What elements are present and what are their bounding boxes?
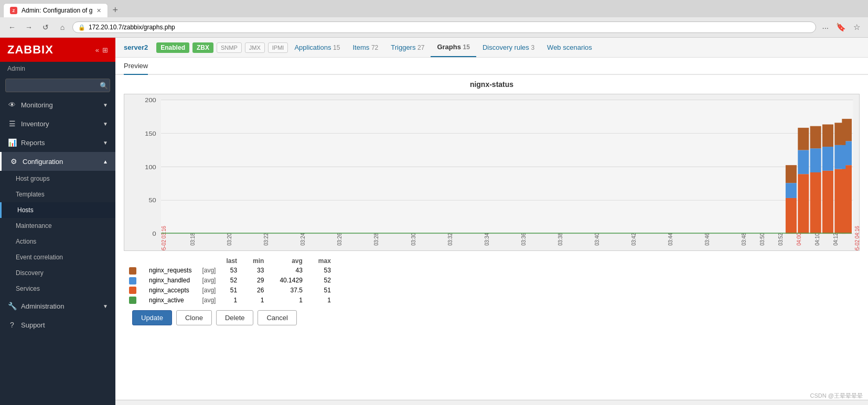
host-name-link[interactable]: server2 xyxy=(124,38,156,57)
delete-button[interactable]: Delete xyxy=(216,310,254,325)
sidebar-subitem-actions[interactable]: Actions xyxy=(0,234,115,249)
svg-rect-41 xyxy=(798,150,809,174)
legend-color-active xyxy=(129,297,136,304)
star-button[interactable]: ☆ xyxy=(851,21,863,33)
preview-tab-item[interactable]: Preview xyxy=(124,58,148,75)
legend-max-handled: 52 xyxy=(313,276,336,286)
svg-text:03:34: 03:34 xyxy=(484,233,489,245)
search-icon[interactable]: 🔍 xyxy=(100,82,108,90)
sidebar-subitem-host-groups[interactable]: Host groups xyxy=(0,171,115,187)
legend-min-handled: 29 xyxy=(248,276,274,286)
tab-web-scenarios[interactable]: Web scenarios xyxy=(541,38,598,57)
url-input[interactable] xyxy=(89,24,810,31)
chart-svg: 200 150 100 50 0 05-02 03:16 03:18 03:20… xyxy=(124,94,859,250)
btn-row: Update Clone Delete Cancel xyxy=(124,305,860,331)
svg-rect-49 xyxy=(822,124,833,147)
svg-text:03:40: 03:40 xyxy=(594,233,599,245)
svg-text:04:10: 04:10 xyxy=(815,233,820,245)
svg-text:03:50: 03:50 xyxy=(759,233,765,245)
sidebar-item-administration[interactable]: 🔧 Administration ▼ xyxy=(0,297,115,315)
legend-max-active: 1 xyxy=(313,295,336,305)
legend-color-accepts xyxy=(129,287,136,294)
host-header: server2 Enabled ZBX SNMP JMX IPMI Applic… xyxy=(115,38,868,58)
svg-text:03:18: 03:18 xyxy=(190,233,196,245)
sidebar-item-label: Configuration xyxy=(23,158,63,166)
tab-items[interactable]: Items 72 xyxy=(346,38,384,57)
tab-discovery-rules[interactable]: Discovery rules 3 xyxy=(476,38,541,57)
tab-graphs[interactable]: Graphs 15 xyxy=(431,38,476,57)
sidebar-subitem-label: Actions xyxy=(16,238,36,245)
svg-rect-51 xyxy=(842,119,852,141)
collapse-button[interactable]: « xyxy=(95,46,99,54)
refresh-button[interactable]: ↺ xyxy=(39,20,52,34)
svg-rect-36 xyxy=(810,172,821,234)
status-enabled-badge: Enabled xyxy=(156,42,189,53)
tab-triggers[interactable]: Triggers 27 xyxy=(384,38,431,57)
svg-rect-42 xyxy=(810,148,821,172)
sidebar: ZABBIX « ⊞ Admin 🔍 👁 Monitoring ▼ ☰ Inve… xyxy=(0,38,115,405)
more-options-button[interactable]: ··· xyxy=(819,22,831,33)
sidebar-item-monitoring[interactable]: 👁 Monitoring ▼ xyxy=(0,95,115,114)
main-content: server2 Enabled ZBX SNMP JMX IPMI Applic… xyxy=(115,38,868,405)
expand-button[interactable]: ⊞ xyxy=(102,46,108,54)
preview-tab-bar: Preview xyxy=(115,58,868,75)
logo-text: ZABBIX xyxy=(7,43,53,57)
svg-rect-48 xyxy=(810,126,821,149)
legend-agg-handled: [avg] xyxy=(197,276,221,286)
logo-controls: « ⊞ xyxy=(95,46,108,54)
scrollbar-area[interactable] xyxy=(115,400,868,405)
address-bar[interactable]: 🔒 xyxy=(72,21,816,33)
sidebar-logo: ZABBIX « ⊞ xyxy=(0,38,115,62)
sidebar-subitem-templates[interactable]: Templates xyxy=(0,187,115,202)
tab-applications[interactable]: Applications 15 xyxy=(288,38,346,57)
close-tab-button[interactable]: ✕ xyxy=(97,7,101,14)
back-button[interactable]: ← xyxy=(5,20,19,34)
legend-row-active: nginx_active [avg] 1 1 1 1 xyxy=(124,295,336,305)
sidebar-subitem-hosts[interactable]: Hosts xyxy=(0,202,115,218)
svg-rect-34 xyxy=(786,198,797,234)
legend-min-active: 1 xyxy=(248,295,274,305)
sidebar-subitem-label: Maintenance xyxy=(16,222,52,229)
legend-name-requests: nginx_requests xyxy=(144,266,197,276)
tab-count: 3 xyxy=(531,44,534,51)
svg-text:03:48: 03:48 xyxy=(741,233,747,245)
bookmark-button[interactable]: 🔖 xyxy=(833,21,849,33)
svg-text:03:36: 03:36 xyxy=(520,233,526,245)
legend-header-avg: avg xyxy=(274,256,313,266)
svg-text:03:24: 03:24 xyxy=(300,233,306,245)
update-button[interactable]: Update xyxy=(132,310,172,325)
legend-max-accepts: 51 xyxy=(313,286,336,295)
sidebar-item-configuration[interactable]: ⚙ Configuration ▲ xyxy=(0,152,115,171)
chart-area: nignx-status 200 150 100 50 0 xyxy=(115,75,868,400)
svg-text:05-02 04:16: 05-02 04:16 xyxy=(854,226,859,250)
sidebar-item-inventory[interactable]: ☰ Inventory ▼ xyxy=(0,114,115,133)
toolbar-right: ··· 🔖 ☆ xyxy=(819,21,863,33)
sidebar-item-reports[interactable]: 📊 Reports ▼ xyxy=(0,133,115,152)
legend-avg-requests: 43 xyxy=(274,266,313,276)
legend-max-requests: 53 xyxy=(313,266,336,276)
svg-text:03:28: 03:28 xyxy=(373,233,379,245)
sidebar-item-support[interactable]: ? Support xyxy=(0,315,115,334)
sidebar-subitem-event-correlation[interactable]: Event correlation xyxy=(0,249,115,265)
clone-button[interactable]: Clone xyxy=(176,310,212,325)
legend-agg-active: [avg] xyxy=(197,295,221,305)
cancel-button[interactable]: Cancel xyxy=(258,310,296,325)
svg-rect-39 xyxy=(842,165,852,234)
sidebar-item-label: Administration xyxy=(21,302,64,310)
svg-text:03:22: 03:22 xyxy=(263,233,269,245)
new-tab-button[interactable]: + xyxy=(108,5,122,16)
search-input[interactable] xyxy=(5,79,110,92)
active-browser-tab[interactable]: Z Admin: Configuration of g ✕ xyxy=(3,3,108,17)
forward-button[interactable]: → xyxy=(22,20,36,34)
sidebar-subitem-discovery[interactable]: Discovery xyxy=(0,265,115,281)
svg-text:150: 150 xyxy=(145,130,156,137)
legend-name-handled: nginx_handled xyxy=(144,276,197,286)
svg-text:0: 0 xyxy=(153,231,156,237)
svg-rect-40 xyxy=(786,183,797,198)
sidebar-subitem-services[interactable]: Services xyxy=(0,281,115,297)
sidebar-item-label: Inventory xyxy=(21,120,49,128)
home-button[interactable]: ⌂ xyxy=(56,20,69,34)
sidebar-subitem-maintenance[interactable]: Maintenance xyxy=(0,218,115,234)
legend-row-requests: nginx_requests [avg] 53 33 43 53 xyxy=(124,266,336,276)
tab-favicon: Z xyxy=(10,7,17,14)
